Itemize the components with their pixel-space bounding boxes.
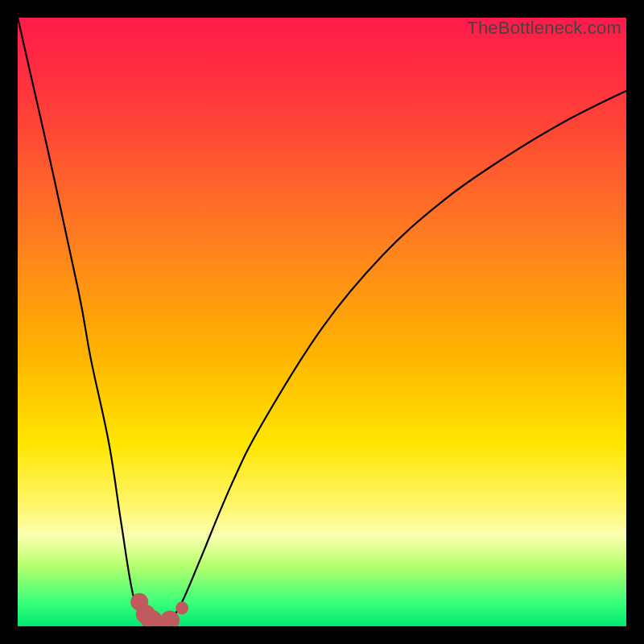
marker-dot xyxy=(175,601,188,614)
attribution-text: TheBottleneck.com xyxy=(467,18,621,39)
curve-layer xyxy=(18,18,626,626)
curve xyxy=(18,18,626,626)
highlight-markers xyxy=(130,593,188,626)
chart-frame: TheBottleneck.com xyxy=(0,0,644,644)
plot-area: TheBottleneck.com xyxy=(18,18,626,626)
